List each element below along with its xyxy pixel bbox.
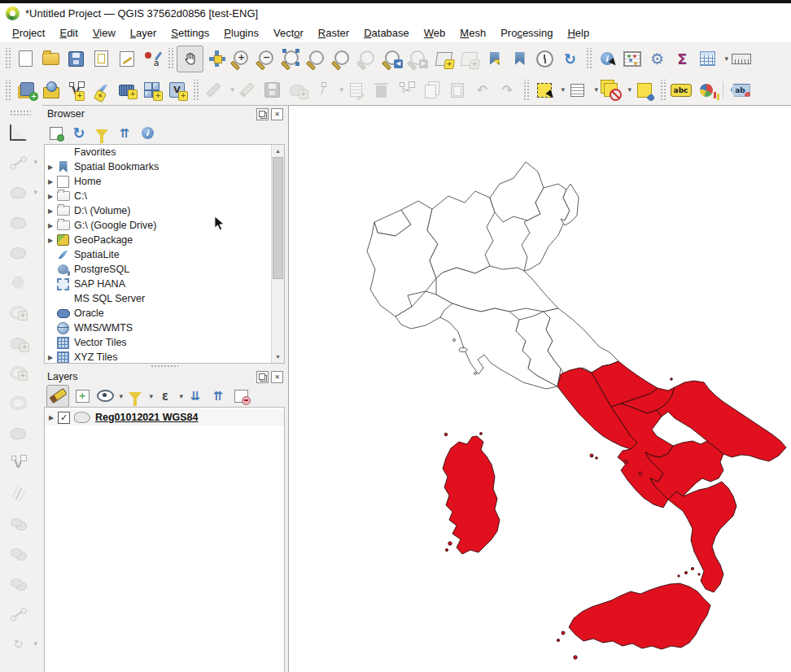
toolbar-grip[interactable] [10, 110, 31, 116]
expander-icon[interactable]: ▶ [45, 164, 56, 171]
toolbar-grip[interactable] [585, 48, 592, 69]
layers-close-button[interactable]: ✕ [271, 371, 283, 383]
map-canvas[interactable] [288, 105, 791, 672]
zoom-full-button[interactable] [281, 47, 304, 71]
open-attribute-table-button[interactable] [696, 47, 719, 71]
browser-close-button[interactable]: ✕ [271, 108, 283, 120]
toolbar-grip[interactable] [4, 48, 11, 69]
layer-expander-icon[interactable]: ▶ [45, 414, 58, 421]
expander-icon[interactable]: ▶ [45, 178, 56, 185]
browser-properties-button[interactable]: i [138, 124, 157, 143]
add-data-source-button[interactable] [39, 78, 63, 102]
menu-project[interactable]: Project [5, 24, 52, 41]
toolbar-grip[interactable] [167, 48, 173, 69]
filter-browser-button[interactable] [92, 124, 111, 143]
new-print-layout-button[interactable] [90, 47, 113, 71]
menu-plugins[interactable]: Plugins [216, 24, 266, 41]
browser-item-d-volume[interactable]: ▶D:\ (Volume) [45, 203, 284, 218]
add-selected-layers-button[interactable] [46, 124, 66, 143]
browser-item-xyz-tiles[interactable]: ▶XYZ Tiles [45, 350, 284, 364]
select-by-location-button[interactable] [632, 78, 656, 102]
data-source-manager-button[interactable] [14, 78, 37, 102]
scroll-up-icon[interactable]: ▲ [272, 145, 284, 157]
map-tips-button[interactable]: ab [728, 78, 752, 102]
select-features-button[interactable] [532, 78, 556, 102]
identify-features-button[interactable]: i [595, 47, 618, 71]
menu-edit[interactable]: Edit [52, 24, 85, 41]
select-by-value-button[interactable] [566, 78, 589, 102]
new-spatial-bookmark-button[interactable] [483, 47, 506, 71]
collapse-all-button[interactable]: ⇈ [208, 386, 228, 406]
menu-help[interactable]: Help [560, 24, 597, 41]
new-spatialite-layer-button[interactable] [90, 78, 113, 102]
new-virtual-layer-button[interactable] [140, 78, 164, 102]
show-spatial-bookmarks-button[interactable] [508, 47, 531, 71]
style-manager-button[interactable] [140, 47, 164, 71]
browser-item-sap-hana[interactable]: SAP HANA [45, 277, 284, 291]
remove-layer-button[interactable] [231, 386, 251, 406]
pan-to-selection-button[interactable] [205, 47, 229, 71]
browser-item-spatial-bookmarks[interactable]: ▶Spatial Bookmarks [45, 159, 284, 174]
expander-icon[interactable]: ▶ [45, 193, 56, 200]
toolbar-grip[interactable] [4, 80, 11, 101]
menu-mesh[interactable]: Mesh [452, 24, 493, 41]
browser-item-vector-tiles[interactable]: Vector Tiles [45, 335, 284, 350]
browser-scrollbar[interactable]: ▲ ▼ [271, 145, 284, 363]
new-mesh-layer-button[interactable]: V [165, 78, 189, 102]
browser-item-wms-wmts[interactable]: WMS/WMTS [45, 321, 284, 335]
filter-legend-button[interactable] [125, 386, 145, 406]
menu-database[interactable]: Database [356, 24, 417, 41]
browser-item-spatialite[interactable]: SpatiaLite [45, 247, 284, 262]
browser-item-c[interactable]: ▶C:\ [45, 189, 284, 203]
show-statistics-button[interactable]: Σ [671, 47, 694, 71]
manage-map-themes-button[interactable] [95, 386, 115, 406]
layer-labeling-button[interactable]: abc [669, 78, 693, 102]
new-memory-layer-button[interactable] [115, 78, 138, 102]
deselect-features-button[interactable] [599, 78, 623, 102]
processing-toolbox-button[interactable]: ⚙ [645, 47, 669, 71]
menu-layer[interactable]: Layer [123, 24, 164, 41]
pan-map-button[interactable] [177, 46, 203, 72]
browser-item-g-google-drive[interactable]: ▶G:\ (Google Drive) [45, 218, 284, 233]
new-project-button[interactable] [14, 47, 37, 71]
browser-item-favorites[interactable]: Favorites [45, 145, 284, 159]
browser-item-ms-sql-server[interactable]: MS SQL Server [45, 291, 284, 306]
zoom-out-button[interactable] [256, 47, 279, 71]
layer-diagram-button[interactable] [694, 78, 718, 102]
browser-item-home[interactable]: ▶Home [45, 174, 284, 189]
menu-settings[interactable]: Settings [164, 24, 216, 41]
zoom-last-button[interactable] [382, 47, 405, 71]
menu-raster[interactable]: Raster [311, 24, 356, 41]
toolbar-grip[interactable] [522, 80, 529, 101]
layers-float-button[interactable] [256, 371, 269, 383]
layer-visibility-checkbox[interactable]: ✓ [58, 412, 70, 424]
collapse-all-button[interactable]: ⇈ [115, 124, 134, 143]
new-shapefile-layer-button[interactable]: V [64, 78, 88, 102]
expander-icon[interactable]: ▶ [45, 237, 56, 244]
measure-button[interactable] [729, 47, 753, 71]
layer-row[interactable]: ▶ ✓ Reg01012021 WGS84 [45, 409, 284, 425]
menu-vector[interactable]: Vector [266, 24, 311, 41]
statistical-summary-button[interactable] [620, 47, 644, 71]
menu-web[interactable]: Web [417, 24, 453, 41]
zoom-to-layer-button[interactable] [331, 47, 355, 71]
refresh-browser-button[interactable]: ↻ [69, 124, 89, 143]
browser-float-button[interactable] [256, 108, 269, 120]
scale-bar-tool[interactable] [7, 120, 30, 144]
browser-item-postgresql[interactable]: PostgreSQL [45, 262, 284, 277]
new-map-view-button[interactable] [432, 47, 456, 71]
save-project-button[interactable] [64, 47, 88, 71]
browser-item-oracle[interactable]: Oracle [45, 306, 284, 321]
zoom-to-selection-button[interactable] [306, 47, 330, 71]
filter-by-expression-button[interactable]: ε [155, 386, 175, 406]
scroll-down-icon[interactable]: ▼ [272, 351, 284, 363]
scrollbar-thumb[interactable] [273, 157, 283, 279]
zoom-in-button[interactable] [230, 47, 254, 71]
menu-processing[interactable]: Processing [493, 24, 560, 41]
open-layer-styling-button[interactable] [46, 385, 69, 408]
expander-icon[interactable]: ▶ [45, 222, 56, 229]
temporal-controller-button[interactable] [533, 47, 557, 71]
refresh-map-button[interactable]: ↻ [558, 47, 582, 71]
show-layout-manager-button[interactable] [115, 47, 138, 71]
open-project-button[interactable] [39, 47, 63, 71]
